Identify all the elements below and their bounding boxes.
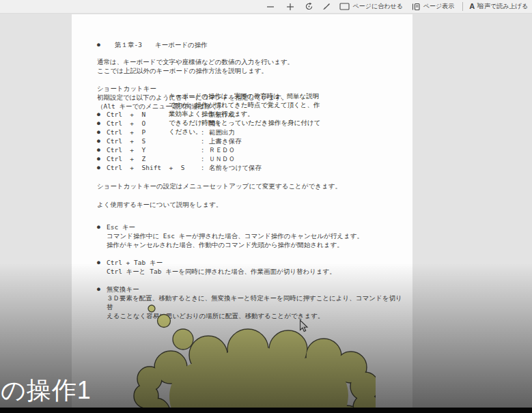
- letterbox-bar: [0, 408, 532, 413]
- bullet-icon: ●: [97, 223, 107, 232]
- bullet-icon: ●: [97, 111, 107, 119]
- page-view-button[interactable]: ページ表示: [412, 2, 454, 11]
- bullet-icon: ●: [97, 146, 107, 155]
- fit-page-label: ページに合わせる: [353, 2, 403, 11]
- bullet-icon: ●: [97, 41, 107, 50]
- plus-icon: [286, 3, 294, 11]
- mouse-cursor-icon: [299, 319, 309, 333]
- rotate-icon: [305, 2, 313, 11]
- zoom-out-button[interactable]: [266, 3, 275, 11]
- read-aloud-button[interactable]: A)) 音声で読み上げる: [469, 2, 528, 11]
- thought-bubble: [130, 14, 376, 413]
- zoom-in-button[interactable]: [286, 3, 294, 11]
- diagonal-resize-icon: [322, 3, 331, 11]
- toolbar-separator: [462, 2, 463, 11]
- video-caption: の操作1: [1, 374, 92, 408]
- read-aloud-label: 音声で読み上げる: [478, 2, 528, 11]
- bullet-icon: ●: [97, 137, 107, 146]
- bullet-icon: ●: [97, 119, 107, 128]
- bubble-text: キーボードの操作は、実際の教育時は、簡単な説明 ですが、操作が慣れてきた時点で覚…: [169, 91, 359, 136]
- pdf-toolbar: ページに合わせる ページ表示 A)) 音声で読み上げる: [0, 0, 532, 14]
- bullet-icon: ●: [97, 155, 107, 164]
- rotate-button[interactable]: [305, 2, 313, 11]
- viewer-background: ● 第１章-3 キーボードの操作 通常は、キーボードで文字や座標値などの数値の入…: [0, 14, 532, 413]
- page-view-label: ページ表示: [423, 2, 454, 11]
- fit-page-icon: [339, 3, 350, 10]
- read-aloud-icon: A)): [469, 3, 475, 10]
- bullet-icon: ●: [97, 128, 107, 137]
- bubble-line: キーボードの操作は、実際の教育時は、簡単な説明: [169, 91, 359, 100]
- fit-width-button[interactable]: [322, 3, 331, 11]
- bullet-icon: ●: [97, 259, 107, 268]
- bubble-line: ですが、操作が慣れてきた時点で覚えて頂くと、作: [169, 100, 359, 109]
- bullet-icon: ●: [97, 285, 107, 294]
- bubble-line: 業効率よく操作を行えます。: [169, 109, 359, 118]
- minus-icon: [266, 3, 275, 11]
- video-frame: ページに合わせる ページ表示 A)) 音声で読み上げる ● 第１章-3 キーボー…: [0, 0, 532, 413]
- bubble-line: できるだけ時間をとっていただき操作を身に付けて: [169, 118, 359, 127]
- bullet-icon: ●: [97, 164, 107, 173]
- page-view-icon: [412, 3, 420, 11]
- bubble-line: ください。: [169, 127, 359, 136]
- fit-page-button[interactable]: ページに合わせる: [339, 2, 403, 11]
